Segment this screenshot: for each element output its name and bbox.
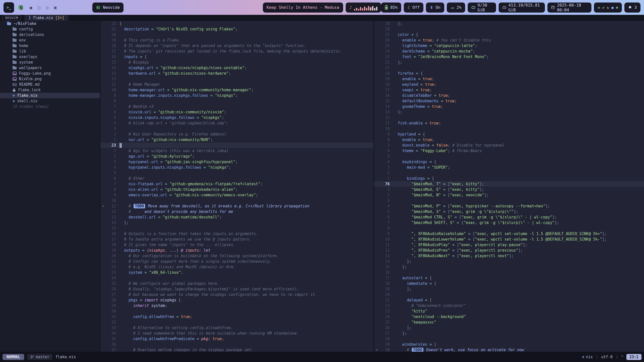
code-line[interactable]: 26 # Usually, "nixpkgs.legacyPackages.${…: [100, 286, 374, 292]
code-line[interactable]: 2 # Nix User Repository (e.g. Firefox ad…: [100, 131, 374, 137]
tree-item-shell.nix[interactable]: ❄shell.nix: [0, 98, 100, 104]
code-line[interactable]: 15 defaultBookmarks = true;: [374, 98, 644, 104]
code-line[interactable]: 16: [374, 270, 644, 275]
code-line[interactable]: 22 # e.g. NixOS (linux) and MacOS (darwi…: [100, 264, 374, 270]
code-line[interactable]: 5 nixvim.inputs.nixpkgs.follows = "nixpk…: [100, 115, 374, 120]
code-line[interactable]: 14 };: [100, 220, 374, 225]
code-line[interactable]: 10 ", XF86AudioLowerVolume" = ["exec, wp…: [374, 237, 644, 242]
code-line[interactable]: 7 "$mainMod SHIFT, S" = ["exec, grim -g …: [374, 220, 644, 225]
code-line[interactable]: 16 disableTabBar = true;: [374, 93, 644, 98]
code-line[interactable]: 16 inputs = {: [100, 54, 374, 60]
code-line[interactable]: 3: [374, 198, 644, 203]
code-line[interactable]: 3 main-mod = "SUPER";: [374, 165, 644, 170]
code-line[interactable]: 7 nix-flatpak.url = "github:gmodena/nix-…: [100, 181, 374, 187]
battery-module[interactable]: 85%: [381, 3, 401, 13]
code-line[interactable]: 19 ];: [374, 286, 644, 292]
code-line[interactable]: 18 # It gives the name "inputs" to the .…: [100, 242, 374, 248]
code-line[interactable]: 2 ags.url = "github:Aylur/ags";: [100, 154, 374, 159]
tree-item-overlays[interactable]: overlays: [0, 54, 100, 60]
code-line[interactable]: 15: [100, 225, 374, 231]
code-line[interactable]: 11 fish.enable = true;: [374, 120, 644, 126]
code-line[interactable]: 13 };: [374, 109, 644, 115]
code-line[interactable]: 12 ", XF86AudioPrev" = ["exec, playerctl…: [374, 248, 644, 253]
code-line[interactable]: 4 hyprpanel.inputs.nixpkgs.follows = "ni…: [100, 165, 374, 170]
code-line[interactable]: 12: [374, 115, 644, 120]
code-line[interactable]: 11 ", XF86AudioPlay" = ["exec, playerctl…: [374, 242, 644, 248]
check-icon[interactable]: ✔: [602, 5, 605, 10]
workspace-2-icon[interactable]: ▢: [38, 5, 40, 10]
code-line[interactable]: 25 lightScheme = "catppuccin-latte";: [374, 43, 644, 49]
code-line[interactable]: 10: [100, 198, 374, 203]
code-line[interactable]: 6 # Other: [100, 176, 374, 181]
tree-item-README.md[interactable]: README.md: [0, 82, 100, 87]
code-line[interactable]: 14 gnomeTheme = true;: [374, 104, 644, 109]
code-line[interactable]: 10 home-manager.url = "github:nix-commun…: [100, 87, 374, 93]
code-line[interactable]: 17 # The inputs' git revisions get locke…: [100, 49, 374, 54]
code-line[interactable]: 7 dunst.enable = false; # Disable for hy…: [374, 143, 644, 148]
code-line[interactable]: 8 nix-alien.url = "github:thiagokokada/n…: [100, 187, 374, 192]
code-line[interactable]: 33 # Alternative to setting config.allow…: [100, 325, 374, 331]
code-line[interactable]: 17 vaapi = true;: [374, 87, 644, 93]
code-line[interactable]: 24 darkScheme = "catppuccin-mocha";: [374, 49, 644, 54]
code-line[interactable]: 11 # Home Manager: [100, 82, 374, 87]
bluetooth-module[interactable]: On: [426, 3, 444, 13]
code-line[interactable]: 36: [100, 342, 374, 347]
code-line[interactable]: 1 "$mainMod, E" = ["exec, kitty"];: [374, 187, 644, 192]
code-line[interactable]: 22 };: [374, 60, 644, 65]
code-line[interactable]: 35 config.allowUnfreePredicate = pkg: tr…: [100, 336, 374, 342]
tree-item-config[interactable]: config: [0, 26, 100, 32]
workspace-1-icon[interactable]: ●: [30, 5, 32, 10]
code-line[interactable]: 28 pkgs = import nixpkgs {: [100, 297, 374, 303]
code-line[interactable]: 20: [100, 32, 374, 37]
code-line[interactable]: 15 };: [374, 264, 644, 270]
code-line[interactable]: 24: [100, 275, 374, 281]
code-line[interactable]: 21: [374, 65, 644, 71]
neovide-window-button[interactable]: Neovide: [92, 3, 124, 13]
code-line[interactable]: 9 hyprland = {: [374, 131, 644, 137]
code-line[interactable]: 14 nixpkgs.url = "github:nixos/nixpkgs/n…: [100, 65, 374, 71]
code-line[interactable]: 24 "nextcloud --background": [374, 314, 644, 320]
code-line[interactable]: 10: [374, 126, 644, 131]
code-line[interactable]: 8 enable = true;: [374, 137, 644, 143]
buffer-tab[interactable]: 1 flake.nix [2+]: [24, 15, 68, 21]
code-line[interactable]: 29 windowrules = [: [374, 342, 644, 347]
code-line[interactable]: 4 # blink-cmp.url = "github:saghen/blink…: [100, 120, 374, 126]
code-line[interactable]: 14 };: [374, 259, 644, 264]
code-line[interactable]: 5 "$mainMod, S" = ["exec, grim -g \"$(sl…: [374, 209, 644, 214]
code-line[interactable]: 26 ];: [374, 325, 644, 331]
code-line[interactable]: 27 # but because we want to change the n…: [100, 292, 374, 297]
code-line[interactable]: 12: [100, 76, 374, 82]
code-line[interactable]: 34 # I read somewhere that this is more …: [100, 331, 374, 336]
code-line[interactable]: 13 hardware.url = "github:nixos/nixos-ha…: [100, 71, 374, 76]
tree-item-NixVim.png[interactable]: NixVim.png: [0, 76, 100, 82]
tree-item-env[interactable]: env: [0, 37, 100, 43]
code-line[interactable]: 23: [100, 143, 374, 148]
code-line[interactable]: 19 outputs = {nixpkgs, ...} @ inputs: le…: [100, 248, 374, 253]
code-line[interactable]: 21 delayed = [: [374, 297, 644, 303]
code-line[interactable]: 1 bindings = {: [374, 176, 644, 181]
tree-item-wallpapers[interactable]: wallpapers: [0, 65, 100, 71]
memory-module[interactable]: 9/30 GiB: [468, 3, 496, 13]
code-line[interactable]: 1 # Ags for widgets (this was a terrible…: [100, 148, 374, 154]
code-line[interactable]: ✓30 # TODO Doesn't work, use focus_on_ac…: [374, 347, 644, 352]
code-line[interactable]: 23 font = "JetBrainsMono Nerd Font Mono"…: [374, 54, 644, 60]
code-line[interactable]: 15 # Nixpkgs: [100, 60, 374, 65]
terminal-icon[interactable]: >_: [4, 2, 14, 13]
code-line[interactable]: 12 # and doesn't provide any benefits fo…: [100, 209, 374, 214]
code-line[interactable]: 25 # We configure our global packages he…: [100, 281, 374, 286]
clock-module[interactable]: 2025-06-18 00:04: [547, 3, 591, 13]
code-line[interactable]: 9 ", XF86AudioRaiseVolume" = ["exec, wpc…: [374, 231, 644, 237]
code-line[interactable]: 3 hyprpanel.url = "github:jas-singhfsu/h…: [100, 159, 374, 165]
disk-module[interactable]: 413.19/915.81 GiB: [499, 3, 545, 13]
code-line[interactable]: 30: [100, 308, 374, 314]
neovim-icon[interactable]: [18, 5, 24, 11]
code-line[interactable]: 18 # It depends on "inputs" that are pas…: [100, 43, 374, 49]
code-line[interactable]: 9 emacs-overlay.url = "github:nix-commun…: [100, 192, 374, 198]
code-line[interactable]: 22{: [100, 21, 374, 26]
code-line[interactable]: 27 };: [374, 331, 644, 336]
code-line[interactable]: 22 # "kdeconnect-indicator": [374, 303, 644, 308]
code-line[interactable]: 13 devshell.url = "github:numtide/devshe…: [100, 214, 374, 220]
code-line[interactable]: 19 # This config is a Flake.: [100, 37, 374, 43]
tree-item-derivations[interactable]: derivations: [0, 32, 100, 37]
code-line[interactable]: 76 "$mainMod, T" = ["exec, kitty"];: [374, 181, 644, 187]
